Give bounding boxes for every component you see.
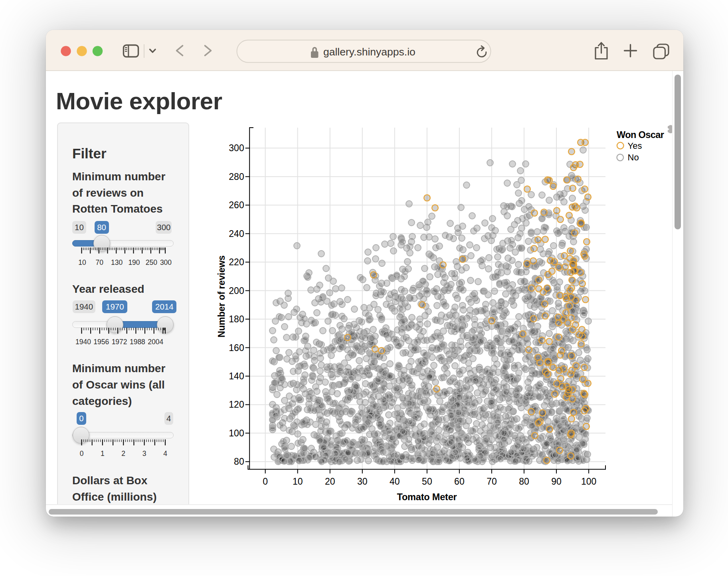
svg-text:60: 60 [454, 476, 465, 487]
svg-text:0: 0 [263, 476, 268, 487]
svg-text:120: 120 [229, 399, 244, 410]
svg-text:180: 180 [229, 314, 244, 324]
svg-text:300: 300 [229, 143, 244, 153]
svg-text:40: 40 [390, 476, 400, 487]
svg-text:100: 100 [581, 476, 596, 487]
svg-text:160: 160 [229, 343, 244, 353]
svg-text:70: 70 [487, 476, 497, 487]
svg-text:10: 10 [293, 476, 303, 487]
svg-text:Won Oscar: Won Oscar [617, 130, 664, 140]
svg-text:No: No [628, 152, 639, 162]
svg-text:20: 20 [325, 476, 335, 487]
svg-text:50: 50 [422, 476, 432, 487]
svg-text:Yes: Yes [628, 141, 642, 151]
svg-text:90: 90 [551, 476, 562, 487]
svg-text:Tomato Meter: Tomato Meter [397, 492, 457, 502]
svg-text:280: 280 [229, 172, 244, 182]
svg-text:Number of reviews: Number of reviews [216, 255, 227, 337]
svg-text:gallery.shinyapps.io: gallery.shinyapps.io [323, 46, 415, 58]
svg-text:30: 30 [357, 476, 368, 487]
svg-text:240: 240 [229, 229, 244, 239]
svg-text:80: 80 [234, 456, 244, 467]
svg-text:200: 200 [229, 286, 244, 296]
svg-text:260: 260 [229, 200, 244, 210]
svg-text:100: 100 [229, 428, 244, 438]
svg-text:80: 80 [519, 476, 529, 487]
svg-text:220: 220 [229, 257, 244, 267]
svg-text:140: 140 [229, 371, 244, 381]
